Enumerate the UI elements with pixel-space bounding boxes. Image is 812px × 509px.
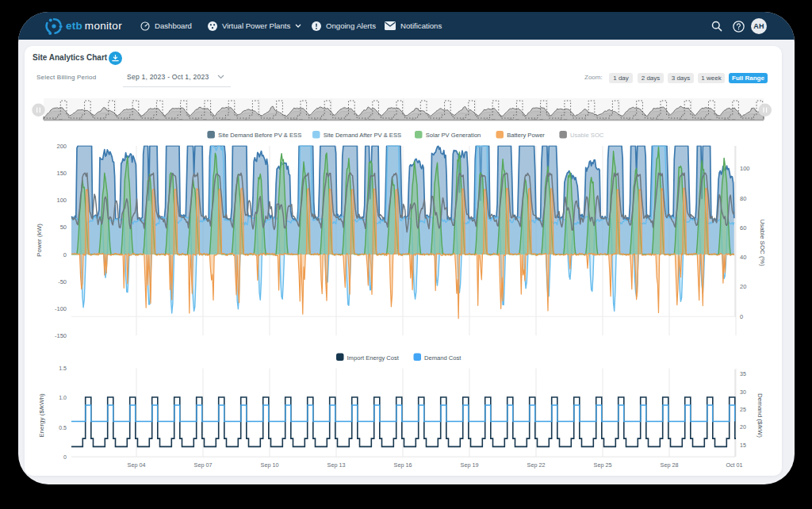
svg-text:Sep 16: Sep 16: [394, 461, 412, 469]
svg-text:Import Energy Cost: Import Energy Cost: [347, 354, 400, 362]
svg-text:Sep 22: Sep 22: [527, 461, 546, 469]
svg-text:60: 60: [740, 224, 746, 232]
svg-text:35: 35: [740, 371, 746, 377]
svg-text:1.5: 1.5: [59, 365, 67, 371]
svg-text:150: 150: [56, 170, 67, 177]
svg-text:25: 25: [740, 407, 746, 412]
svg-text:-150: -150: [55, 332, 67, 339]
svg-text:Usable SOC (%): Usable SOC (%): [759, 219, 766, 266]
svg-text:Battery Power: Battery Power: [507, 132, 545, 139]
svg-text:Energy ($/kWh): Energy ($/kWh): [38, 393, 45, 438]
svg-text:-100: -100: [55, 305, 67, 312]
svg-text:Sep 25: Sep 25: [594, 461, 612, 469]
svg-text:Power (kW): Power (kW): [36, 224, 43, 257]
svg-text:0: 0: [63, 251, 67, 258]
svg-text:-50: -50: [58, 278, 67, 285]
svg-text:0: 0: [740, 313, 743, 320]
svg-text:50: 50: [60, 224, 67, 231]
svg-text:20: 20: [740, 424, 746, 430]
svg-text:0: 0: [63, 454, 67, 460]
svg-text:Solar PV Generation: Solar PV Generation: [426, 132, 481, 139]
svg-text:Demand Cost: Demand Cost: [424, 354, 462, 362]
svg-text:Sep 10: Sep 10: [261, 461, 279, 469]
svg-text:Sep 19: Sep 19: [461, 461, 479, 469]
svg-text:Site Demand After PV & ESS: Site Demand After PV & ESS: [324, 132, 401, 139]
svg-text:Usable SOC: Usable SOC: [570, 132, 604, 139]
svg-text:Sep 04: Sep 04: [128, 461, 146, 469]
svg-text:15: 15: [740, 442, 746, 448]
svg-text:0.5: 0.5: [59, 425, 67, 431]
svg-text:30: 30: [740, 389, 746, 395]
svg-text:1.0: 1.0: [59, 395, 67, 400]
svg-text:100: 100: [56, 197, 67, 204]
svg-text:80: 80: [740, 195, 746, 202]
svg-text:Site Demand Before PV & ESS: Site Demand Before PV & ESS: [218, 132, 301, 139]
svg-text:100: 100: [740, 165, 750, 172]
svg-text:Demand ($/kW): Demand ($/kW): [756, 393, 764, 438]
svg-text:40: 40: [740, 254, 746, 261]
svg-text:Oct 01: Oct 01: [726, 461, 742, 469]
svg-text:Sep 13: Sep 13: [327, 461, 346, 469]
svg-text:20: 20: [740, 283, 746, 290]
svg-text:Sep 07: Sep 07: [194, 461, 213, 469]
svg-text:200: 200: [56, 143, 67, 150]
svg-text:Sep 28: Sep 28: [661, 461, 679, 469]
